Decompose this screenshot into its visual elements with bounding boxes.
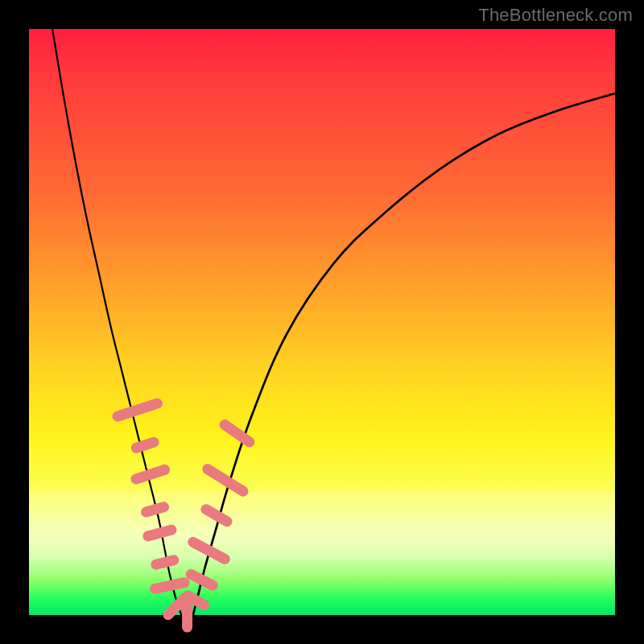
curves-svg: [29, 29, 615, 615]
bead-marker: [184, 568, 220, 592]
watermark-text: TheBottleneck.com: [478, 5, 633, 26]
bead-marker: [150, 554, 180, 571]
bead-marker: [217, 418, 257, 450]
bead-marker: [111, 397, 164, 423]
bead-marker: [186, 535, 232, 567]
chart-stage: TheBottleneck.com: [0, 0, 644, 644]
plot-area: [29, 29, 615, 615]
right-curve: [193, 93, 615, 615]
beads-group: [111, 397, 257, 633]
bead-marker: [130, 436, 160, 454]
